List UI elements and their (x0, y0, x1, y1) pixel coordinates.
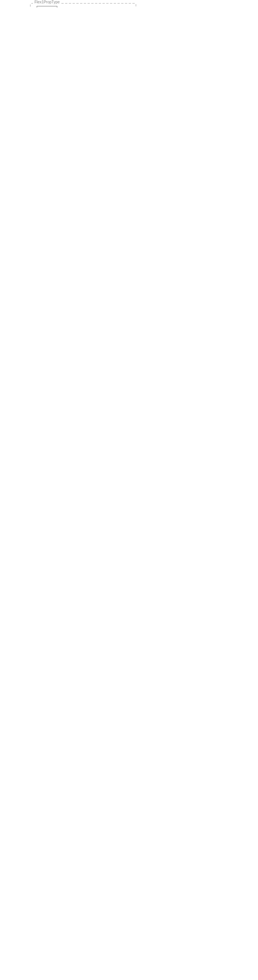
attributes-header[interactable]: attributes (37, 6, 57, 8)
flex1proptype-group: Flex1PropType attributes idThe local ide… (30, 3, 136, 8)
flex-title: Flex1PropType (33, 0, 61, 4)
